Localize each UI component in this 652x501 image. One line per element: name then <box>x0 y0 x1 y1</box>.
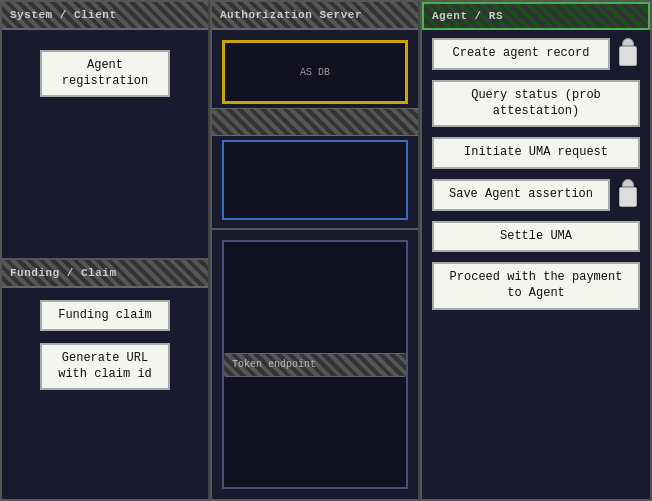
create-agent-label: Create agent record <box>453 46 590 60</box>
mid-top-header: Authorization Server <box>212 2 418 30</box>
left-bottom-header: Funding / Claim <box>2 260 208 288</box>
salt-icon-2 <box>616 179 640 211</box>
settle-uma-label: Settle UMA <box>500 229 572 243</box>
settle-uma-box[interactable]: Settle UMA <box>432 221 640 253</box>
mid-top-header-label: Authorization Server <box>220 9 362 21</box>
settle-uma-row: Settle UMA <box>432 221 640 253</box>
mid-hatched-bar <box>212 108 418 136</box>
create-agent-box[interactable]: Create agent record <box>432 38 610 70</box>
token-endpoint-label: Token endpoint <box>232 359 316 370</box>
save-assertion-box[interactable]: Save Agent assertion <box>432 179 610 211</box>
salt-top-2 <box>622 179 634 187</box>
as-db-panel: AS DB <box>222 40 408 104</box>
main-container: System / Client Agent registration Fundi… <box>0 0 652 501</box>
save-assertion-label: Save Agent assertion <box>449 187 593 201</box>
left-top-section: Agent registration <box>2 30 208 260</box>
initiate-uma-label: Initiate UMA request <box>464 145 608 159</box>
left-top-header: System / Client <box>2 2 208 30</box>
salt-icon-1 <box>616 38 640 70</box>
initiate-uma-box[interactable]: Initiate UMA request <box>432 137 640 169</box>
salt-body-1 <box>619 46 637 66</box>
proceed-payment-label: Proceed with the payment to Agent <box>450 270 623 300</box>
right-column: Agent / RS Create agent record Query sta… <box>420 0 652 501</box>
initiate-uma-row: Initiate UMA request <box>432 137 640 169</box>
generate-url-label: Generate URL with claim id <box>58 351 152 381</box>
save-assertion-row: Save Agent assertion <box>432 179 640 211</box>
left-bottom-section: Funding claim Generate URL with claim id <box>2 288 208 500</box>
salt-body-2 <box>619 187 637 207</box>
funding-claim-label: Funding claim <box>58 308 152 322</box>
proceed-payment-box[interactable]: Proceed with the payment to Agent <box>432 262 640 309</box>
right-header: Agent / RS <box>422 2 650 30</box>
as-db-label: AS DB <box>300 67 330 78</box>
right-items-list: Create agent record Query status (prob a… <box>422 30 650 499</box>
agent-registration-label: Agent registration <box>62 58 148 88</box>
right-header-label: Agent / RS <box>432 10 503 22</box>
mid-inner-blue-panel <box>222 140 408 220</box>
generate-url-box[interactable]: Generate URL with claim id <box>40 343 170 390</box>
query-status-row: Query status (prob attestation) <box>432 80 640 127</box>
salt-top-1 <box>622 38 634 46</box>
token-endpoint-bar: Token endpoint <box>224 353 406 377</box>
left-top-header-label: System / Client <box>10 9 117 21</box>
proceed-payment-row: Proceed with the payment to Agent <box>432 262 640 309</box>
agent-registration-box[interactable]: Agent registration <box>40 50 170 97</box>
middle-column: Authorization Server AS DB Token endpoin… <box>210 0 420 501</box>
query-status-box[interactable]: Query status (prob attestation) <box>432 80 640 127</box>
create-agent-row: Create agent record <box>432 38 640 70</box>
left-bottom-header-label: Funding / Claim <box>10 267 117 279</box>
left-column: System / Client Agent registration Fundi… <box>0 0 210 501</box>
query-status-label: Query status (prob attestation) <box>471 88 601 118</box>
funding-claim-box[interactable]: Funding claim <box>40 300 170 332</box>
mid-bottom-section: Token endpoint <box>212 230 418 499</box>
mid-bottom-panel: Token endpoint <box>222 240 408 489</box>
